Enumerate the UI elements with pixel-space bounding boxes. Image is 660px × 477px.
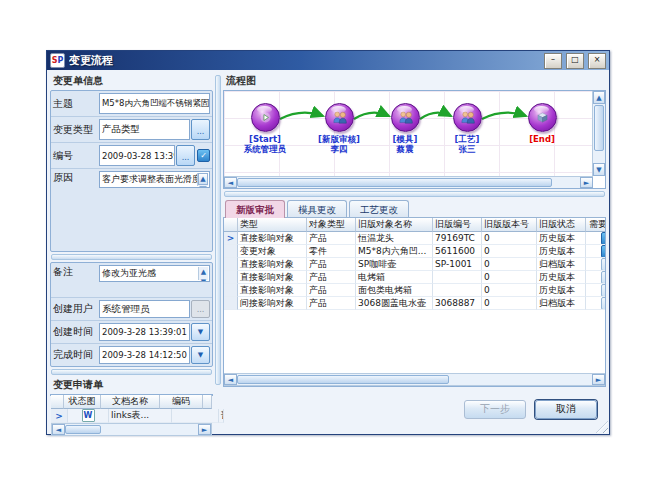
scroll-up-icon[interactable]: ▲ <box>593 91 605 104</box>
change-process-window: SP 变更流程 – □ × 变更单信息 主题 M5*8内六角凹端不锈钢紧固螺钉 … <box>46 50 610 435</box>
upgrade-cell <box>586 258 606 271</box>
flow-node-start[interactable] <box>251 103 280 132</box>
table-row[interactable]: 直接影响对象产品电烤箱0历史版本 <box>224 271 605 284</box>
old-version-cell: 0 <box>482 271 537 284</box>
maximize-button[interactable]: □ <box>566 53 584 69</box>
header-old-state[interactable]: 旧版状态 <box>537 218 586 232</box>
upgrade-checkbox[interactable]: ✓ <box>601 245 607 258</box>
header-old-version[interactable]: 旧版版本号 <box>482 218 537 232</box>
upgrade-checkbox[interactable] <box>601 271 607 284</box>
remark-row: 备注 修改为亚光感 ▲ ▼ <box>51 263 212 298</box>
old-name-cell: 3068圆盖电水壶 <box>356 297 433 310</box>
next-button[interactable]: 下一步 <box>464 400 526 419</box>
minimize-button[interactable]: – <box>544 53 562 69</box>
create-time-label: 创建时间 <box>53 323 99 341</box>
number-browse-button[interactable]: ... <box>176 145 195 166</box>
scroll-up-icon[interactable]: ▲ <box>198 173 208 185</box>
object-type-cell: 产品 <box>307 258 356 271</box>
remark-textarea[interactable]: 修改为亚光感 ▲ ▼ <box>99 265 210 282</box>
create-user-row: 创建用户 系统管理员 ... <box>51 298 212 321</box>
table-hscrollbar[interactable]: ◄ ► <box>224 373 605 386</box>
create-time-dropdown-icon[interactable]: ▼ <box>191 323 210 341</box>
finish-time-input[interactable]: 2009-3-28 14:12:50 <box>99 346 190 364</box>
scroll-thumb[interactable] <box>199 186 207 188</box>
old-state-cell: 历史版本 <box>537 284 586 297</box>
create-user-input[interactable]: 系统管理员 <box>99 300 190 318</box>
splitter-horizontal[interactable] <box>51 369 212 375</box>
old-no-cell: SP-1001 <box>433 258 482 271</box>
scroll-right-icon[interactable]: ► <box>592 374 605 385</box>
table-row[interactable]: 间接影响对象产品3068圆盖电水壶30688870归档版本 <box>224 297 605 310</box>
tab-new-version-approval[interactable]: 新版审批 <box>225 200 285 218</box>
scroll-left-icon[interactable]: ◄ <box>224 177 237 188</box>
change-type-row: 变更类型 产品类型 ... <box>51 117 212 143</box>
upgrade-checkbox[interactable]: ✓ <box>601 232 607 245</box>
old-state-cell: 历史版本 <box>537 271 586 284</box>
flow-hscrollbar[interactable]: ◄ ► <box>224 176 593 188</box>
create-user-browse-button[interactable]: ... <box>191 300 210 318</box>
detail-tabbar: 新版审批 模具更改 工艺更改 <box>223 199 606 218</box>
flow-and-detail-panel: 流程图 [Start] 系统管理员[新版审核] 李四[模具] 蔡震[工艺] 张三… <box>223 73 606 387</box>
scroll-right-icon[interactable]: ► <box>580 177 593 188</box>
scroll-thumb[interactable] <box>594 105 604 151</box>
table-row[interactable]: 变更对象零件M5*8内六角凹...56116000历史版本✓M5*8 <box>224 245 605 258</box>
type-cell: 直接影响对象 <box>238 232 307 245</box>
spin-down-icon[interactable]: ▼ <box>199 277 208 282</box>
number-input[interactable]: 2009-03-28 13:39:01 <box>99 145 175 166</box>
subject-label: 主题 <box>53 93 99 114</box>
flow-node-step[interactable] <box>453 103 482 132</box>
people-icon <box>460 111 476 124</box>
header-object-type[interactable]: 对象类型 <box>307 218 356 232</box>
scroll-down-icon[interactable]: ▼ <box>593 163 605 176</box>
flow-node-end[interactable] <box>528 103 557 132</box>
table-row[interactable]: 直接影响对象产品SP咖啡壶SP-10010归档版本SP咖 <box>224 258 605 271</box>
reason-row: 原因 客户要求调整表面光滑度 ▲ ▼ <box>51 169 212 251</box>
info-group-top: 主题 M5*8内六角凹端不锈钢紧固螺钉 变更类型 产品类型 ... 编号 200… <box>50 90 213 252</box>
header-upgrade[interactable]: 需要升版 <box>586 218 606 232</box>
close-button[interactable]: × <box>588 53 606 69</box>
splitter-horizontal[interactable] <box>51 254 212 260</box>
finish-time-dropdown-icon[interactable]: ▼ <box>191 346 210 364</box>
spin-up-icon[interactable]: ▲ <box>199 267 208 277</box>
table-row[interactable]: >直接影响对象产品恒温龙头79169TC0历史版本✓ <box>224 232 605 245</box>
reason-textarea[interactable]: 客户要求调整表面光滑度 ▲ ▼ <box>99 171 210 188</box>
splitter-vertical[interactable] <box>215 75 221 385</box>
remark-spinner[interactable]: ▲ ▼ <box>198 267 208 280</box>
create-time-input[interactable]: 2009-3-28 13:39:01 <box>99 323 190 341</box>
object-type-cell: 产品 <box>307 232 356 245</box>
tab-mold-change[interactable]: 模具更改 <box>287 200 347 217</box>
scroll-thumb[interactable] <box>237 178 552 187</box>
splitter-horizontal[interactable] <box>224 191 605 197</box>
number-checkbox[interactable]: ✓ <box>197 149 210 162</box>
flow-arrow <box>280 113 323 119</box>
tab-process-change[interactable]: 工艺更改 <box>349 200 409 217</box>
flow-canvas[interactable]: [Start] 系统管理员[新版审核] 李四[模具] 蔡震[工艺] 张三[End… <box>224 91 593 176</box>
resize-grip[interactable] <box>596 421 608 433</box>
scroll-thumb[interactable] <box>237 375 449 384</box>
window-title: 变更流程 <box>69 53 540 68</box>
header-old-name[interactable]: 旧版对象名称 <box>356 218 433 232</box>
upgrade-checkbox[interactable] <box>601 297 607 310</box>
scroll-left-icon[interactable]: ◄ <box>224 374 237 385</box>
table-row[interactable]: 直接影响对象产品面包类电烤箱0历史版本 <box>224 284 605 297</box>
upgrade-checkbox[interactable] <box>601 258 607 271</box>
subject-row: 主题 M5*8内六角凹端不锈钢紧固螺钉 <box>51 91 212 117</box>
flow-vscrollbar[interactable]: ▲ ▼ <box>592 91 605 176</box>
header-type[interactable]: 类型 <box>238 218 307 232</box>
old-name-cell: 电烤箱 <box>356 271 433 284</box>
upgrade-checkbox[interactable] <box>601 284 607 297</box>
subject-input[interactable]: M5*8内六角凹端不锈钢紧固螺钉 <box>99 93 210 114</box>
flow-node-step[interactable] <box>391 103 420 132</box>
reason-scrollbar[interactable]: ▲ ▼ <box>197 173 208 186</box>
table-rows: >直接影响对象产品恒温龙头79169TC0历史版本✓变更对象零件M5*8内六角凹… <box>224 232 605 310</box>
object-type-cell: 产品 <box>307 284 356 297</box>
header-old-no[interactable]: 旧版编号 <box>433 218 482 232</box>
titlebar[interactable]: SP 变更流程 – □ × <box>47 51 609 70</box>
change-type-input[interactable]: 产品类型 <box>99 119 190 140</box>
flow-caption: 流程图 <box>223 73 606 90</box>
cancel-button[interactable]: 取消 <box>535 400 597 419</box>
type-cell: 变更对象 <box>238 245 307 258</box>
change-type-browse-button[interactable]: ... <box>191 119 210 140</box>
old-name-cell: 面包类电烤箱 <box>356 284 433 297</box>
flow-node-step[interactable] <box>325 103 354 132</box>
